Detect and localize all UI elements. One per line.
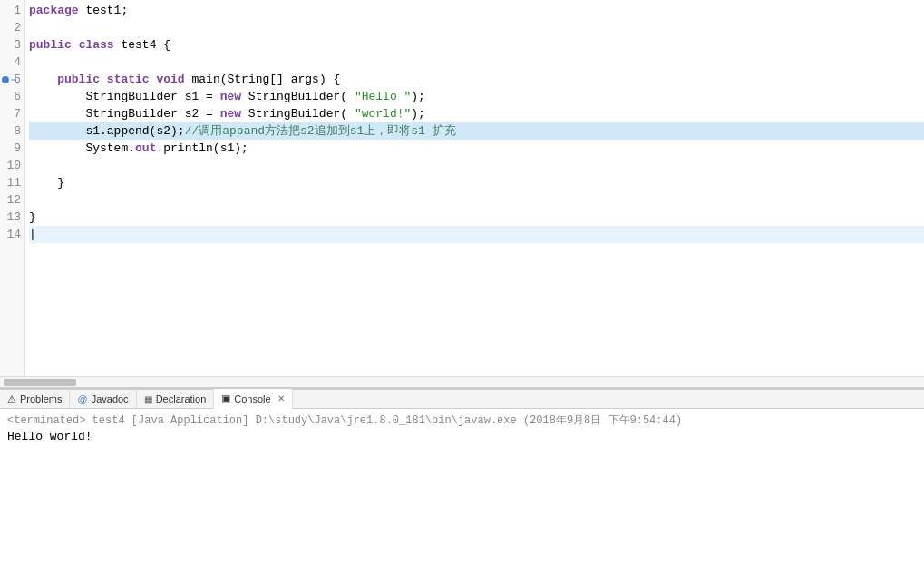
tab-console-label: Console — [234, 393, 270, 404]
tab-problems-label: Problems — [20, 393, 62, 404]
tab-problems[interactable]: ⚠ Problems — [0, 389, 70, 409]
code-line-13: } — [29, 209, 924, 226]
editor-area: 1 2 3 4 5⇒ 6 7 8 9 10 11 12 13 14 packag… — [0, 0, 924, 376]
editor-hscroll[interactable] — [0, 376, 924, 387]
gutter-2: 2 — [0, 19, 24, 36]
code-line-2 — [29, 19, 924, 36]
tab-declaration[interactable]: ▦ Declaration — [137, 389, 215, 409]
bottom-panel: ⚠ Problems @ Javadoc ▦ Declaration ▣ Con… — [0, 387, 924, 554]
console-terminated-line: <terminated> test4 [Java Application] D:… — [7, 413, 917, 429]
console-area: <terminated> test4 [Java Application] D:… — [0, 409, 924, 554]
code-line-1: package test1; — [29, 2, 924, 19]
code-line-5: public static void main(String[] args) { — [29, 71, 924, 88]
gutter-8: 8 — [0, 122, 24, 140]
declaration-icon: ▦ — [144, 394, 152, 404]
gutter-4: 4 — [0, 53, 24, 71]
code-line-3: public class test4 { — [29, 36, 924, 53]
tab-declaration-label: Declaration — [156, 393, 207, 404]
gutter-7: 7 — [0, 105, 24, 122]
code-line-11: } — [29, 174, 924, 191]
code-line-7: StringBuilder s2 = new StringBuilder( "w… — [29, 105, 924, 122]
code-line-14: | — [29, 226, 924, 243]
tab-console[interactable]: ▣ Console ✕ — [214, 389, 292, 409]
tab-javadoc-label: Javadoc — [92, 393, 129, 404]
console-icon: ▣ — [221, 393, 230, 404]
gutter-1: 1 — [0, 2, 24, 19]
gutter-3: 3 — [0, 36, 24, 53]
javadoc-icon: @ — [77, 393, 87, 404]
gutter-14: 14 — [0, 226, 24, 243]
line-number-gutter: 1 2 3 4 5⇒ 6 7 8 9 10 11 12 13 14 — [0, 0, 25, 376]
code-line-6: StringBuilder s1 = new StringBuilder( "H… — [29, 88, 924, 105]
gutter-12: 12 — [0, 191, 24, 209]
tab-javadoc[interactable]: @ Javadoc — [70, 389, 136, 409]
console-output: Hello world! — [7, 429, 917, 445]
code-line-12 — [29, 191, 924, 209]
gutter-11: 11 — [0, 174, 24, 191]
gutter-13: 13 — [0, 209, 24, 226]
hscroll-thumb[interactable] — [4, 379, 76, 386]
code-line-8: s1.append(s2);//调用appand方法把s2追加到s1上，即将s1… — [29, 122, 924, 140]
console-close-icon[interactable]: ✕ — [277, 393, 285, 403]
gutter-9: 9 — [0, 140, 24, 157]
gutter-6: 6 — [0, 88, 24, 105]
warning-icon: ⚠ — [7, 393, 16, 405]
tab-bar: ⚠ Problems @ Javadoc ▦ Declaration ▣ Con… — [0, 389, 924, 409]
code-line-4 — [29, 53, 924, 71]
gutter-5[interactable]: 5⇒ — [0, 71, 24, 88]
code-line-9: System.out.println(s1); — [29, 140, 924, 157]
code-editor[interactable]: package test1; public class test4 { publ… — [25, 0, 924, 376]
code-line-10 — [29, 157, 924, 174]
gutter-10: 10 — [0, 157, 24, 174]
